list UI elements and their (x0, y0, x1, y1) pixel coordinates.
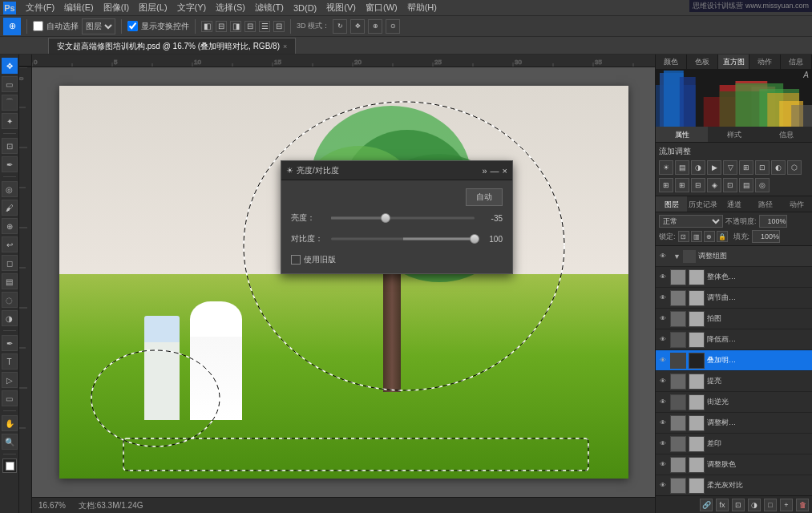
menu-item-3d[interactable]: 3D(D) (293, 3, 317, 13)
opacity-input[interactable] (759, 215, 787, 228)
tab-styles[interactable]: 样式 (708, 127, 760, 142)
menu-item-filter[interactable]: 滤镜(T) (255, 2, 284, 14)
tool-crop[interactable]: ⊡ (2, 138, 18, 154)
3d-roll-btn[interactable]: ⊙ (386, 19, 400, 34)
menu-item-text[interactable]: 文字(Y) (177, 2, 207, 14)
adj-invert[interactable]: ⊟ (691, 178, 705, 192)
align-bottom-btn[interactable]: ⊟ (273, 21, 285, 32)
layer-item[interactable]: 👁降低画… (656, 329, 812, 350)
3d-zoom-btn[interactable]: ⊕ (368, 19, 382, 34)
panel-minimize-btn[interactable]: — (491, 166, 499, 176)
adj-posterize[interactable]: ◈ (707, 178, 721, 192)
layer-item[interactable]: 👁整体色… (656, 267, 812, 288)
3d-rotate-btn[interactable]: ↻ (333, 19, 347, 34)
tab-color[interactable]: 颜色 (656, 55, 687, 69)
tab-close-btn[interactable]: × (283, 42, 287, 50)
tab-paths[interactable]: 路径 (749, 196, 781, 212)
contrast-handle[interactable] (470, 234, 479, 244)
adj-channel-mixer[interactable]: ⊞ (659, 178, 673, 192)
layer-mask-btn[interactable]: ⊡ (732, 499, 745, 511)
brightness-slider[interactable] (331, 212, 475, 224)
layer-eye-icon[interactable]: 👁 (658, 356, 668, 366)
brightness-handle[interactable] (381, 213, 390, 223)
layer-group-btn[interactable]: □ (764, 499, 777, 511)
adj-threshold[interactable]: ⊡ (723, 178, 737, 192)
fill-input[interactable] (752, 230, 780, 243)
tool-select-rect[interactable]: ▭ (2, 76, 18, 92)
move-tool-btn[interactable]: ⊕ (3, 18, 21, 35)
layer-eye-icon[interactable]: 👁 (658, 439, 668, 449)
tab-info[interactable]: 信息 (781, 55, 812, 69)
layer-item[interactable]: 👁差印 (656, 434, 812, 454)
tab-swatches[interactable]: 色板 (687, 55, 718, 69)
align-left-btn[interactable]: ◧ (201, 21, 212, 32)
layer-delete-btn[interactable]: 🗑 (796, 499, 809, 511)
tool-brush[interactable]: 🖌 (2, 200, 18, 216)
adj-levels[interactable]: ▤ (675, 160, 689, 175)
panel-expand-btn[interactable]: » (482, 166, 487, 176)
layer-eye-icon[interactable]: 👁 (658, 273, 668, 282)
menu-item-help[interactable]: 帮助(H) (407, 2, 437, 14)
adj-photo-filter[interactable]: ⬡ (787, 160, 802, 175)
tool-lasso[interactable]: ⌒ (2, 95, 18, 111)
tab-properties[interactable]: 属性 (656, 127, 708, 142)
menu-item-window[interactable]: 窗口(W) (366, 2, 398, 14)
align-top-btn[interactable]: ⊟ (244, 21, 256, 32)
group-eye-icon[interactable]: 👁 (658, 252, 668, 261)
layer-adj-btn[interactable]: ◑ (748, 499, 761, 511)
tool-pen[interactable]: ✒ (2, 335, 18, 351)
adj-selective-color[interactable]: ◎ (755, 178, 770, 192)
adj-curves[interactable]: ◑ (691, 160, 705, 175)
menu-item-image[interactable]: 图像(I) (103, 2, 129, 14)
blend-mode-select[interactable]: 正常 (659, 215, 723, 228)
tool-path-select[interactable]: ▷ (2, 372, 18, 388)
menu-item-view[interactable]: 视图(V) (326, 2, 356, 14)
layer-item[interactable]: 👁调整树… (656, 413, 812, 434)
adj-exposure[interactable]: ▶ (707, 160, 721, 175)
document-tab[interactable]: 安文超高端修图培训机构.psd @ 16.7% (叠加明暗对比, RGB/8) … (48, 38, 296, 54)
layer-style-btn[interactable]: fx (716, 499, 729, 511)
tool-eyedropper[interactable]: ✒ (2, 156, 18, 172)
align-center-btn[interactable]: ⊟ (216, 21, 227, 32)
layer-item[interactable]: 👁调节曲… (656, 288, 812, 309)
panel-close-btn[interactable]: × (503, 166, 507, 176)
tool-spot-heal[interactable]: ◎ (2, 181, 18, 197)
contrast-slider[interactable] (331, 233, 475, 244)
layer-eye-icon[interactable]: 👁 (658, 377, 668, 386)
layer-eye-icon[interactable]: 👁 (658, 398, 668, 407)
layer-new-btn[interactable]: + (780, 499, 793, 511)
menu-item-select[interactable]: 选择(S) (216, 2, 245, 14)
tab-channels[interactable]: 通道 (718, 196, 749, 212)
menu-item-file[interactable]: 文件(F) (26, 2, 55, 14)
adj-color-lookup[interactable]: ⊞ (675, 178, 689, 192)
legacy-checkbox[interactable] (291, 255, 301, 265)
lock-transparent-btn[interactable]: ⊡ (678, 231, 689, 242)
menu-item-layer[interactable]: 图层(L) (139, 2, 167, 14)
tool-zoom[interactable]: 🔍 (2, 434, 18, 450)
show-transform-checkbox[interactable] (127, 21, 138, 31)
tool-move[interactable]: ✥ (2, 58, 18, 74)
tool-stamp[interactable]: ⊕ (2, 218, 18, 234)
layer-item[interactable]: 👁拍图 (656, 309, 812, 329)
menu-item-edit[interactable]: 编辑(E) (64, 2, 94, 14)
layer-eye-icon[interactable]: 👁 (658, 460, 668, 470)
tab-histogram[interactable]: 直方图 (718, 55, 749, 69)
auto-select-checkbox[interactable] (33, 21, 43, 31)
layer-item[interactable]: 👁叠加明… (656, 350, 812, 371)
layer-eye-icon[interactable]: 👁 (658, 481, 668, 491)
tool-history-brush[interactable]: ↩ (2, 236, 18, 252)
tool-blur[interactable]: ◌ (2, 292, 18, 308)
tool-hand[interactable]: ✋ (2, 415, 18, 431)
adj-color-balance[interactable]: ⊡ (755, 160, 770, 175)
tool-eraser[interactable]: ◻ (2, 255, 18, 271)
tool-magic-wand[interactable]: ✦ (2, 113, 18, 129)
layer-group-header[interactable]: 👁 ▼ 调整组图 (656, 246, 812, 267)
lock-pixels-btn[interactable]: ▥ (691, 231, 702, 242)
align-right-btn[interactable]: ◨ (230, 21, 241, 32)
adj-vibrance[interactable]: ▽ (723, 160, 737, 175)
tab-actions-layer[interactable]: 动作 (781, 196, 812, 212)
tool-dodge[interactable]: ◑ (2, 310, 18, 326)
layer-eye-icon[interactable]: 👁 (658, 335, 668, 345)
adj-gradient-map[interactable]: ▤ (739, 178, 753, 192)
layer-item[interactable]: 👁柔光灰对比 (656, 475, 812, 495)
